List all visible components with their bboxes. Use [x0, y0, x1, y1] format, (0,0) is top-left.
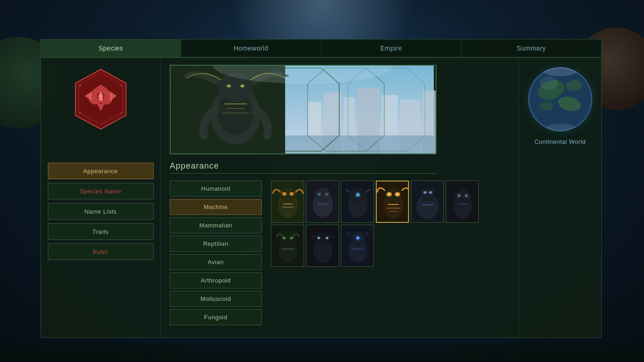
tab-bar: Species Homeworld Empire Summary — [41, 40, 601, 58]
type-btn-arthropoid[interactable]: Arthropoid — [170, 272, 262, 288]
type-list: Humanoid Machine Mammalian Reptilian Avi… — [170, 181, 262, 330]
planet-detail-svg — [528, 67, 592, 131]
svg-point-4 — [120, 84, 123, 87]
portrait-item-3[interactable] — [341, 181, 374, 223]
right-panel: Continental World — [518, 58, 601, 337]
svg-point-3 — [79, 84, 81, 87]
tab-empire[interactable]: Empire — [322, 40, 462, 57]
type-btn-machine[interactable]: Machine — [170, 199, 262, 215]
portrait-svg-7 — [271, 225, 304, 267]
bottom-fade — [0, 337, 644, 362]
type-btn-reptilian[interactable]: Reptilian — [170, 236, 262, 252]
svg-point-89 — [357, 238, 358, 238]
portrait-item-9[interactable] — [341, 225, 374, 267]
svg-point-39 — [326, 193, 328, 195]
content-area: Appearance Species Name Name Lists Trait… — [41, 58, 601, 337]
portrait-svg-1 — [271, 181, 304, 223]
left-sidebar: Appearance Species Name Name Lists Trait… — [41, 58, 161, 337]
portrait-item-2[interactable] — [306, 181, 339, 223]
svg-point-38 — [318, 193, 320, 195]
svg-rect-82 — [330, 235, 335, 238]
emblem-svg — [71, 67, 131, 131]
svg-point-65 — [458, 195, 460, 197]
portrait-svg-9 — [341, 225, 374, 267]
tab-summary[interactable]: Summary — [461, 40, 601, 57]
type-btn-molluscoid[interactable]: Molluscoid — [170, 291, 262, 307]
planet-globe — [528, 67, 592, 131]
portrait-svg-4 — [377, 181, 409, 223]
portrait-svg-6 — [446, 181, 479, 223]
tab-homeworld[interactable]: Homeworld — [181, 40, 322, 57]
portrait-item-7[interactable] — [271, 225, 304, 267]
svg-point-73 — [291, 237, 293, 239]
species-preview — [170, 65, 437, 154]
preview-scene-svg — [171, 66, 436, 153]
portrait-item-5[interactable] — [411, 181, 444, 223]
svg-point-59 — [430, 192, 431, 193]
portrait-item-1[interactable] — [271, 181, 304, 223]
nav-btn-appearance[interactable]: Appearance — [48, 163, 154, 179]
nav-btn-ruler[interactable]: Ruler — [48, 243, 154, 260]
planet-label: Continental World — [535, 138, 586, 145]
svg-point-25 — [227, 85, 230, 87]
appearance-label: Appearance — [170, 161, 437, 174]
portrait-svg-3 — [341, 181, 374, 223]
center-panel: Appearance Humanoid Machine Mammalian — [161, 58, 518, 337]
svg-point-66 — [466, 195, 467, 197]
portrait-item-8[interactable] — [306, 225, 339, 267]
svg-point-51 — [388, 193, 391, 196]
svg-point-31 — [282, 192, 287, 196]
nav-btn-traits[interactable]: Traits — [48, 223, 154, 240]
svg-point-5 — [79, 112, 81, 114]
type-btn-fungoid[interactable]: Fungoid — [170, 309, 262, 325]
type-btn-humanoid[interactable]: Humanoid — [170, 181, 262, 197]
portrait-item-6[interactable] — [446, 181, 479, 223]
emblem-container[interactable] — [71, 67, 131, 131]
svg-point-45 — [357, 194, 359, 196]
svg-point-58 — [424, 192, 426, 193]
svg-rect-55 — [421, 189, 434, 201]
nav-btn-species-name[interactable]: Species Name — [48, 183, 154, 199]
tab-species[interactable]: Species — [41, 40, 181, 57]
portrait-item-4[interactable] — [376, 181, 409, 223]
svg-point-52 — [396, 193, 399, 196]
nav-btn-name-lists[interactable]: Name Lists — [48, 203, 154, 220]
svg-point-80 — [326, 237, 328, 239]
type-btn-avian[interactable]: Avian — [170, 254, 262, 270]
portrait-svg-5 — [411, 181, 444, 223]
type-btn-mammalian[interactable]: Mammalian — [170, 217, 262, 233]
svg-point-95 — [540, 102, 553, 111]
svg-point-32 — [289, 192, 294, 196]
svg-point-72 — [283, 237, 286, 239]
appearance-row: Humanoid Machine Mammalian Reptilian Avi… — [170, 181, 509, 330]
portrait-svg-2 — [306, 181, 339, 223]
svg-point-26 — [241, 85, 244, 87]
svg-point-100 — [540, 76, 558, 90]
main-panel: Species Homeworld Empire Summary — [40, 39, 602, 338]
svg-point-79 — [318, 237, 320, 239]
svg-point-6 — [120, 112, 123, 114]
svg-point-30 — [280, 187, 296, 202]
portrait-grid — [271, 181, 509, 330]
svg-rect-81 — [311, 235, 316, 238]
portrait-svg-8 — [306, 225, 339, 267]
